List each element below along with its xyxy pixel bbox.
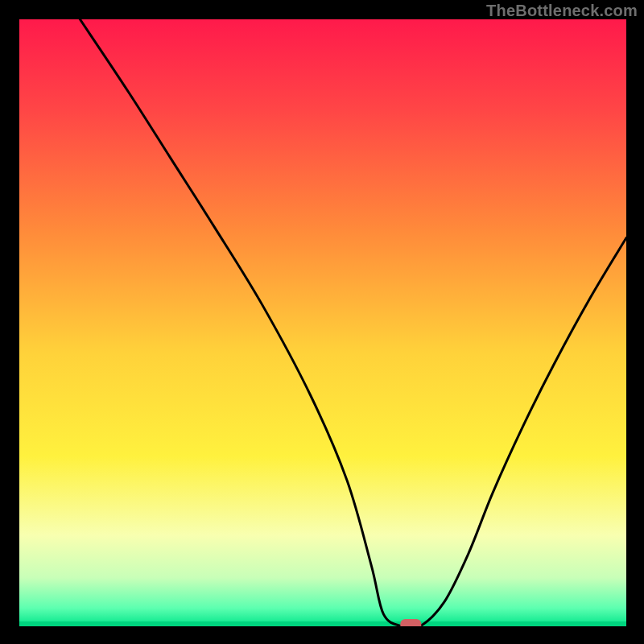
plot-area [19, 19, 626, 626]
gradient-background [19, 19, 626, 626]
optimal-marker [400, 619, 421, 626]
chart-container: TheBottleneck.com [0, 0, 644, 644]
watermark-text: TheBottleneck.com [486, 2, 638, 20]
bottleneck-chart [19, 19, 626, 626]
